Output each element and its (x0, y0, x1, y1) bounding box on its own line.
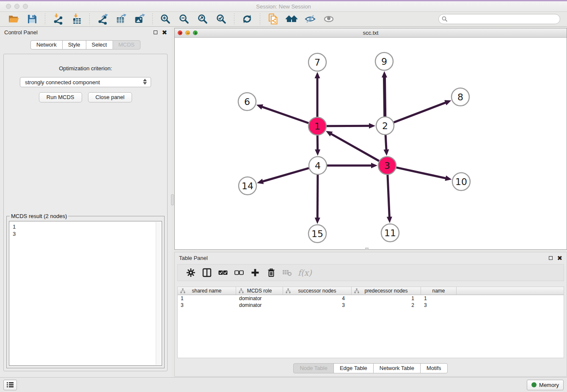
graph-edge-3-1[interactable] (330, 134, 379, 161)
close-panel-icon[interactable]: ✖ (162, 29, 167, 36)
search-input[interactable] (438, 14, 560, 24)
search-icon (442, 16, 448, 22)
graph-node-label-4: 4 (315, 160, 321, 171)
graph-edge-2-3[interactable] (385, 135, 386, 150)
tab-motifs[interactable]: Motifs (420, 363, 448, 373)
graph-edge-1-6[interactable] (261, 107, 308, 123)
run-mcds-button[interactable]: Run MCDS (39, 92, 82, 102)
mcds-result-title: MCDS result (2 nodes) (10, 213, 68, 219)
tab-mcds[interactable]: MCDS (113, 40, 140, 50)
column-header-shared-name[interactable]: shared name (178, 287, 236, 295)
hide-selected-eye-slash-icon[interactable] (304, 13, 317, 25)
open-in-cytoscape-icon[interactable] (267, 13, 279, 25)
column-header-MCDS-role[interactable]: MCDS role (236, 287, 283, 295)
zoom-selected-icon[interactable] (215, 13, 228, 25)
deselect-all-columns-icon[interactable] (233, 266, 245, 279)
table-cell[interactable]: 3 (421, 302, 457, 308)
save-session-icon[interactable] (26, 13, 39, 25)
task-history-button[interactable] (3, 380, 17, 390)
tab-network[interactable]: Network (30, 40, 63, 50)
export-table-icon[interactable] (115, 13, 127, 25)
graph-edge-arrowhead (315, 149, 320, 156)
apply-layout-icon[interactable] (241, 13, 253, 25)
import-network-icon[interactable] (52, 13, 64, 25)
panel-splitter-handle[interactable] (171, 194, 174, 205)
select-all-columns-icon[interactable] (217, 266, 229, 279)
zoom-in-icon[interactable] (159, 13, 172, 25)
graph-edge-3-11[interactable] (388, 175, 389, 218)
column-header-name[interactable]: name (421, 287, 457, 295)
toolbar-separator (89, 14, 90, 25)
tab-edge-table[interactable]: Edge Table (333, 363, 374, 373)
graph-edge-arrowhead (387, 217, 392, 223)
export-image-icon[interactable] (133, 13, 146, 25)
column-header-predecessor-nodes[interactable]: predecessor nodes (352, 287, 421, 295)
column-header-successor-nodes[interactable]: successor nodes (283, 287, 352, 295)
table-cell[interactable]: 1 (352, 295, 421, 301)
function-builder-icon[interactable]: f(x) (298, 268, 312, 277)
minimize-window-button[interactable] (14, 4, 19, 9)
table-cell[interactable]: 4 (283, 295, 352, 301)
network-canvas-container[interactable]: 7968124314101511 (175, 38, 567, 249)
criterion-select[interactable]: strongly connected component (20, 77, 151, 87)
delete-column-trash-icon[interactable] (265, 266, 278, 279)
open-session-icon[interactable] (7, 13, 20, 25)
network-resize-handle[interactable] (365, 248, 369, 250)
float-table-panel-icon[interactable] (549, 256, 553, 260)
zoom-out-icon[interactable] (178, 13, 190, 25)
import-table-icon[interactable] (70, 13, 83, 25)
graph-edge-arrowhead (369, 123, 375, 129)
graph-edge-4-14[interactable] (262, 168, 309, 182)
close-table-panel-icon[interactable]: ✖ (557, 255, 562, 261)
tab-select[interactable]: Select (86, 40, 113, 50)
control-panel-title: Control Panel (4, 29, 154, 36)
network-zoom-button[interactable] (193, 30, 198, 35)
mcds-result-text: 1 3 (9, 221, 162, 239)
delete-table-icon[interactable] (281, 266, 294, 279)
network-close-button[interactable] (178, 30, 182, 35)
table-cell[interactable]: 1 (421, 295, 457, 301)
tab-node-table[interactable]: Node Table (293, 363, 334, 373)
table-cell[interactable]: dominator (236, 295, 283, 301)
network-window-titlebar[interactable]: scc.txt (175, 28, 567, 38)
create-column-plus-icon[interactable] (249, 266, 261, 279)
table-cell[interactable]: 3 (178, 302, 236, 308)
network-canvas[interactable]: 7968124314101511 (175, 38, 567, 249)
mcds-result-area[interactable]: 1 3 (9, 221, 162, 366)
table-cell[interactable]: 3 (283, 302, 352, 308)
main-toolbar (0, 12, 567, 27)
graph-edge-2-8[interactable] (394, 102, 446, 122)
app-titlebar[interactable]: Session: New Session (0, 1, 567, 12)
show-hidden-eye-icon[interactable] (322, 13, 335, 25)
graph-edge-3-10[interactable] (396, 168, 446, 179)
network-minimize-button[interactable] (185, 30, 190, 35)
maximize-window-button[interactable] (23, 4, 28, 9)
close-panel-button[interactable]: Close panel (88, 92, 132, 102)
tab-network-table[interactable]: Network Table (373, 363, 421, 373)
table-cell[interactable]: dominator (236, 302, 283, 308)
graph-node-label-10: 10 (455, 177, 467, 187)
float-panel-icon[interactable] (154, 30, 157, 34)
zoom-fit-icon[interactable] (196, 13, 209, 25)
table-row[interactable]: 3dominator323 (178, 302, 564, 309)
graph-node-label-1: 1 (314, 121, 320, 132)
result-scrollbar[interactable] (156, 222, 161, 365)
memory-button[interactable]: Memory (527, 380, 564, 390)
graph-edge-4-15[interactable] (317, 175, 318, 218)
export-network-icon[interactable] (96, 13, 109, 25)
table-settings-gear-icon[interactable] (184, 266, 197, 279)
close-window-button[interactable] (6, 4, 11, 9)
graph-edge-arrowhead (371, 163, 377, 168)
graph-edge-1-2[interactable] (327, 126, 370, 126)
graph-node-label-11: 11 (384, 228, 396, 238)
tab-style[interactable]: Style (62, 40, 86, 50)
show-column-panel-icon[interactable] (201, 266, 213, 279)
hierarchy-icon (354, 288, 359, 293)
table-row[interactable]: 1dominator411 (178, 295, 564, 302)
home-networks-icon[interactable] (285, 13, 298, 25)
graph-edge-2-9[interactable] (384, 77, 385, 116)
table-cell[interactable]: 2 (352, 302, 421, 308)
graph-edge-arrowhead (444, 100, 451, 105)
table-cell[interactable]: 1 (178, 295, 236, 301)
graph-node-label-15: 15 (311, 229, 323, 239)
